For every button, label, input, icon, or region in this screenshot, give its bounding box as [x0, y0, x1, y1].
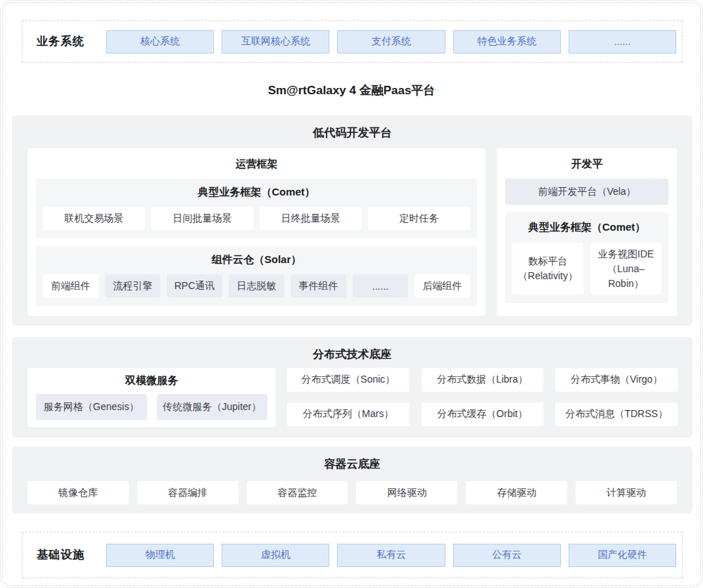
mars-distributed-sequence: 分布式序列（Mars）	[287, 402, 410, 426]
architecture-diagram: 业务系统 核心系统 互联网核心系统 支付系统 特色业务系统 ...... Sm@…	[0, 0, 703, 588]
dev-comet-framework-title: 典型业务框架（Comet）	[512, 221, 661, 234]
operation-framework-title: 运营框架	[27, 148, 486, 171]
infra-private-cloud: 私有云	[337, 544, 445, 567]
solar-component-row: 前端组件 流程引擎 RPC通讯 日志脱敏 事件组件 ...... 后端组件	[43, 274, 470, 298]
distributed-tech-section: 分布式技术底座 双模微服务 服务网格（Genesis） 传统微服务（Jupite…	[12, 337, 692, 437]
infra-domestic-hardware: 国产化硬件	[569, 544, 676, 567]
storage-driver: 存储驱动	[466, 481, 567, 504]
infra-virtual-machine: 虚拟机	[222, 544, 329, 567]
scenario-online-trading: 联机交易场景	[43, 207, 145, 230]
dev-platform-title: 开发平	[497, 148, 677, 171]
container-cloud-row: 镜像仓库 容器编排 容器监控 网络驱动 存储驱动 计算驱动	[27, 481, 677, 504]
distributed-services-row-2: 分布式序列（Mars） 分布式缓存（Orbit） 分布式消息（TDRSS）	[287, 402, 678, 426]
comet-business-framework-subcard: 典型业务框架（Comet） 联机交易场景 日间批量场景 日终批量场景 定时任务	[36, 179, 477, 238]
business-system-special: 特色业务系统	[453, 30, 561, 53]
distributed-services-row-1: 分布式调度（Sonic） 分布式数据（Libra） 分布式事物（Virgo）	[287, 368, 678, 392]
dev-comet-framework-subcard: 典型业务框架（Comet） 数标平台 （Relativity） 业务视图IDE …	[505, 212, 669, 303]
scenario-scheduled-task: 定时任务	[368, 207, 470, 230]
container-cloud-title: 容器云底座	[12, 447, 692, 472]
image-registry: 镜像仓库	[27, 481, 129, 504]
operation-framework-card: 运营框架 典型业务框架（Comet） 联机交易场景 日间批量场景 日终批量场景 …	[27, 148, 486, 316]
virgo-distributed-transaction: 分布式事物（Virgo）	[555, 368, 678, 392]
vela-frontend-dev-platform: 前端开发平台（Vela）	[505, 179, 669, 205]
dual-mode-microservice-title: 双模微服务	[27, 368, 276, 388]
distributed-tech-title: 分布式技术底座	[12, 337, 692, 362]
container-monitoring: 容器监控	[247, 481, 348, 504]
relativity-data-platform: 数标平台 （Relativity）	[512, 243, 583, 295]
libra-distributed-data: 分布式数据（Libra）	[422, 368, 544, 392]
comet-scenario-row: 联机交易场景 日间批量场景 日终批量场景 定时任务	[43, 207, 470, 230]
business-systems-label: 业务系统	[23, 34, 99, 49]
scenario-daytime-batch: 日间批量场景	[151, 207, 253, 230]
luna-robin-name: 业务视图IDE	[598, 247, 654, 262]
comet-business-framework-title: 典型业务框架（Comet）	[43, 186, 470, 199]
sonic-distributed-scheduling: 分布式调度（Sonic）	[287, 368, 410, 392]
luna-robin-codename: （Luna–Robin）	[590, 262, 661, 291]
business-system-more: ......	[569, 30, 676, 53]
container-cloud-section: 容器云底座 镜像仓库 容器编排 容器监控 网络驱动 存储驱动 计算驱动	[12, 447, 692, 513]
network-driver: 网络驱动	[356, 481, 457, 504]
orbit-distributed-cache: 分布式缓存（Orbit）	[422, 402, 544, 426]
dev-platform-card: 开发平 前端开发平台（Vela） 典型业务框架（Comet） 数标平台 （Rel…	[497, 148, 677, 316]
jupiter-traditional-microservice: 传统微服务（Jupiter）	[157, 394, 268, 420]
low-code-platform-section: 低代码开发平台 运营框架 典型业务框架（Comet） 联机交易场景 日间批量场景…	[12, 115, 692, 326]
low-code-platform-title: 低代码开发平台	[12, 115, 692, 141]
container-orchestration: 容器编排	[137, 481, 239, 504]
component-frontend: 前端组件	[43, 274, 99, 298]
relativity-codename: （Relativity）	[518, 269, 578, 283]
infra-physical-machine: 物理机	[106, 544, 214, 567]
business-system-core: 核心系统	[106, 30, 214, 53]
scenario-endofday-batch: 日终批量场景	[260, 207, 362, 230]
dual-mode-microservice-card: 双模微服务 服务网格（Genesis） 传统微服务（Jupiter）	[27, 368, 276, 427]
infra-public-cloud: 公有云	[453, 544, 561, 567]
distributed-services-grid: 分布式调度（Sonic） 分布式数据（Libra） 分布式事物（Virgo） 分…	[287, 368, 678, 426]
compute-driver: 计算驱动	[576, 481, 677, 504]
infrastructure-band: 基础设施 物理机 虚拟机 私有云 公有云 国产化硬件	[22, 532, 683, 578]
relativity-name: 数标平台	[528, 254, 568, 269]
component-rpc: RPC通讯	[167, 274, 222, 298]
solar-component-cloud-subcard: 组件云仓（Solar） 前端组件 流程引擎 RPC通讯 日志脱敏 事件组件 ..…	[36, 246, 477, 306]
dual-mode-row: 服务网格（Genesis） 传统微服务（Jupiter）	[36, 394, 267, 420]
page-title: Sm@rtGalaxy 4 金融Paas平台	[1, 82, 702, 98]
solar-component-cloud-title: 组件云仓（Solar）	[43, 253, 470, 267]
business-systems-band: 业务系统 核心系统 互联网核心系统 支付系统 特色业务系统 ......	[22, 20, 683, 63]
genesis-service-mesh: 服务网格（Genesis）	[36, 394, 147, 420]
luna-robin-business-view-ide: 业务视图IDE （Luna–Robin）	[590, 243, 661, 295]
component-process-engine: 流程引擎	[105, 274, 160, 298]
business-system-payment: 支付系统	[337, 30, 445, 53]
tdrss-distributed-message: 分布式消息（TDRSS）	[555, 402, 678, 426]
component-backend: 后端组件	[414, 274, 470, 298]
dev-comet-row: 数标平台 （Relativity） 业务视图IDE （Luna–Robin）	[512, 243, 661, 295]
infrastructure-label: 基础设施	[23, 548, 99, 563]
component-more: ......	[353, 274, 408, 298]
component-log-masking: 日志脱敏	[229, 274, 284, 298]
component-event: 事件组件	[291, 274, 346, 298]
business-system-internet-core: 互联网核心系统	[222, 30, 329, 53]
